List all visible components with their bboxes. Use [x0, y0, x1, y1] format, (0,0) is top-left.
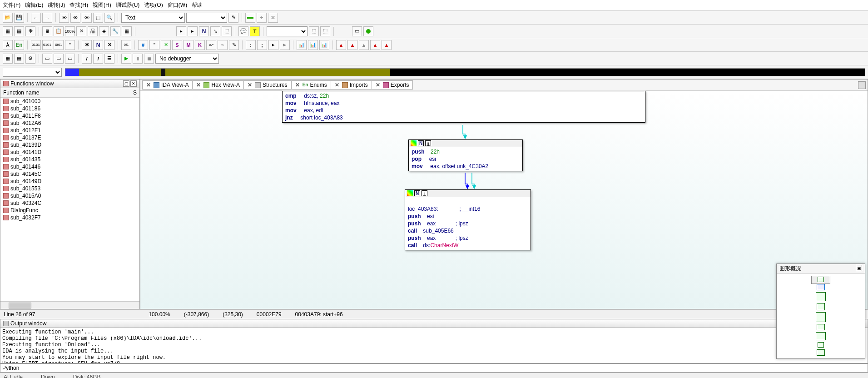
t-yellow-icon[interactable]: T [250, 26, 260, 36]
graph-overview-panel[interactable]: 图形概况 ▣ [776, 264, 865, 359]
panel-close-icon[interactable]: ✕ [130, 80, 137, 87]
f-italic-icon[interactable]: f [82, 54, 92, 64]
pause-icon[interactable]: ⏸ [133, 54, 143, 64]
open-file-icon[interactable]: 📂 [3, 13, 13, 23]
rec-icon[interactable]: ▭ [352, 26, 362, 36]
tab-enums[interactable]: ✕EnEnums [291, 80, 331, 90]
bits4-icon[interactable]: 0f1 [121, 40, 131, 50]
navigation-band[interactable] [65, 68, 865, 76]
gray-plus-icon[interactable]: + [257, 13, 267, 23]
quote2-icon[interactable]: " [149, 40, 159, 50]
xref-icon[interactable]: ✕ [76, 26, 86, 36]
functions-list[interactable]: sub_401000sub_401186sub_4011F8sub_4012A6… [0, 98, 139, 301]
binoculars-icon[interactable]: 👁 [59, 13, 69, 23]
panel-restore-icon[interactable]: ▢ [123, 80, 129, 87]
seg5-icon[interactable]: ▸ [268, 40, 278, 50]
tool2-c-icon[interactable]: ❋ [25, 26, 35, 36]
tri5-icon[interactable]: ▲ [382, 40, 392, 50]
function-item[interactable]: sub_40137E [0, 134, 139, 141]
menu-help[interactable]: 帮助 [192, 1, 203, 9]
empty-combo-1[interactable] [186, 13, 227, 23]
overview-body[interactable] [777, 274, 865, 359]
function-item[interactable]: sub_40149D [0, 178, 139, 185]
bits1-icon[interactable]: 0101 [31, 40, 41, 50]
db2-icon[interactable]: ⬚ [320, 26, 330, 36]
graph-node-3[interactable]: N ⫫ loc_403A83: ; __int16 push esi push … [405, 189, 531, 250]
chart3-icon[interactable]: 📊 [319, 40, 329, 50]
bits2-icon[interactable]: 0101 [42, 40, 52, 50]
seg2-icon[interactable]: ▸ [188, 26, 198, 36]
menu-file[interactable]: 文件(F) [3, 1, 20, 9]
functions-header[interactable]: Function name S [0, 88, 139, 98]
tab-close-icon[interactable]: ✕ [196, 82, 201, 88]
bits3-icon[interactable]: 0f01 [54, 40, 64, 50]
semi-icon[interactable]: ; [257, 40, 267, 50]
win3-icon[interactable]: ▭ [65, 54, 75, 64]
function-item[interactable]: sub_4015A0 [0, 192, 139, 199]
functions-col-s[interactable]: S [133, 90, 137, 96]
tab-close-icon[interactable]: ✕ [376, 82, 380, 88]
tool2-a-icon[interactable]: ▦ [3, 26, 13, 36]
search2-icon[interactable]: 👁 [70, 13, 80, 23]
python-input[interactable] [21, 365, 866, 371]
seg1-icon[interactable]: ▸ [176, 26, 186, 36]
graph-node-2[interactable]: N ⫫ push 22h pop esi mov eax, offset unk… [408, 139, 523, 171]
xgreen-icon[interactable]: ✕ [161, 40, 171, 50]
output-body[interactable]: Executing function 'main'... Compiling f… [0, 328, 868, 363]
pencil-icon[interactable]: ✎ [229, 40, 239, 50]
search4-icon[interactable]: ⬚ [93, 13, 103, 23]
tilde-icon[interactable]: ~ [218, 40, 228, 50]
db1-icon[interactable]: ⬚ [309, 26, 319, 36]
chart1-icon[interactable]: 📊 [297, 40, 307, 50]
graph-node-1[interactable]: cmp ds:sz, 22h mov hInstance, eax mov ea… [282, 91, 645, 123]
debugger-combo[interactable]: No debugger [155, 54, 219, 64]
menu-debugger[interactable]: 调试器(U) [116, 1, 140, 9]
function-item[interactable]: DialogFunc [0, 207, 139, 214]
f2-italic-icon[interactable]: f [93, 54, 103, 64]
script-icon[interactable]: 📋 [54, 26, 64, 36]
gear-icon[interactable]: ⚙ [25, 54, 35, 64]
tab-close-icon[interactable]: ✕ [335, 82, 339, 88]
save-icon[interactable]: 💾 [14, 13, 24, 23]
menu-search[interactable]: 查找(H) [69, 1, 88, 9]
balloon-icon[interactable]: 💬 [238, 26, 248, 36]
menu-jump[interactable]: 跳转(J) [48, 1, 65, 9]
tab-imports[interactable]: ✕Imports [331, 80, 372, 90]
tab-structures[interactable]: ✕Structures [243, 80, 292, 90]
function-item[interactable]: sub_401446 [0, 163, 139, 170]
tab-hex-view-a[interactable]: ✕Hex View-A [192, 80, 243, 90]
nav-back-icon[interactable]: ← [31, 13, 41, 23]
struct-a-icon[interactable]: Å [3, 40, 13, 50]
tab-close-icon[interactable]: ✕ [146, 82, 151, 88]
search3-icon[interactable]: 👁 [82, 13, 92, 23]
functions-col-name[interactable]: Function name [3, 90, 133, 96]
arrow3-icon[interactable]: ↜ [206, 40, 216, 50]
green-dot-icon[interactable] [363, 26, 373, 36]
gray-close-icon[interactable]: ✕ [268, 13, 278, 23]
tri3-icon[interactable]: ▲ [359, 40, 369, 50]
function-item[interactable]: sub_4012A6 [0, 119, 139, 127]
function-item[interactable]: sub_401186 [0, 105, 139, 112]
graph1-icon[interactable]: ◈ [99, 26, 109, 36]
hash-icon[interactable]: # [138, 40, 148, 50]
tabs-scroll-icon[interactable] [858, 81, 866, 89]
wrench-icon[interactable]: 🔧 [110, 26, 120, 36]
function-item[interactable]: sub_40145C [0, 170, 139, 178]
function-item[interactable]: sub_401435 [0, 156, 139, 163]
function-item[interactable]: sub_40141D [0, 149, 139, 156]
functions-hscroll[interactable] [0, 301, 139, 309]
function-item[interactable]: sub_401000 [0, 98, 139, 105]
tri1-icon[interactable]: ▲ [336, 40, 346, 50]
grid2-icon[interactable]: ▦ [14, 54, 24, 64]
tab-close-icon[interactable]: ✕ [295, 82, 300, 88]
win2-icon[interactable]: ▭ [54, 54, 64, 64]
seg3-icon[interactable]: ↘ [210, 26, 220, 36]
stop-icon[interactable]: ⏹ [144, 54, 154, 64]
m-purple-icon[interactable]: M [184, 40, 193, 50]
n2-blue-icon[interactable]: N [93, 40, 103, 50]
calc-icon[interactable]: 🖩 [42, 26, 52, 36]
x-black-icon[interactable]: ✕ [104, 40, 114, 50]
percent-icon[interactable]: 100% [65, 26, 75, 36]
overview-close-icon[interactable]: ▣ [856, 265, 862, 271]
text-combo[interactable]: Text [121, 13, 185, 23]
